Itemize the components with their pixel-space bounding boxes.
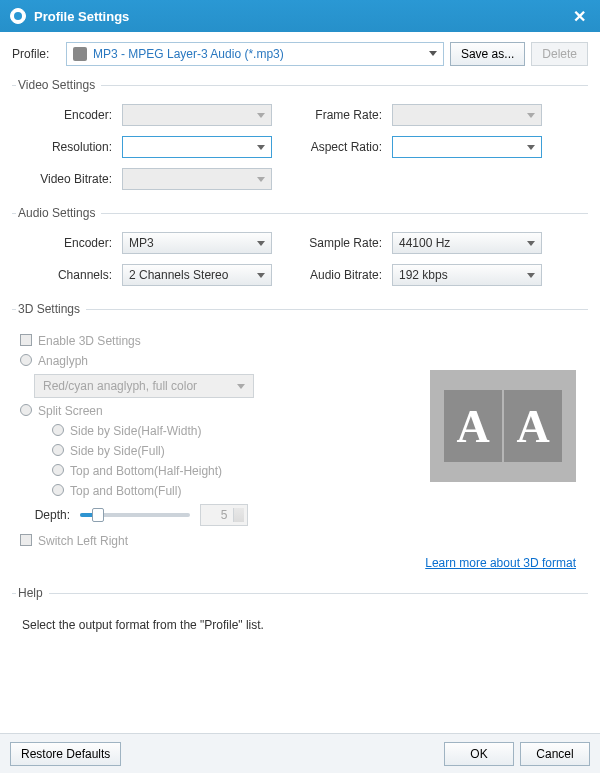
audio-bitrate-label: Audio Bitrate: bbox=[282, 268, 382, 282]
help-legend: Help bbox=[16, 586, 49, 600]
switch-lr-label: Switch Left Right bbox=[38, 534, 128, 548]
depth-slider bbox=[80, 513, 190, 517]
anaglyph-label: Anaglyph bbox=[38, 354, 88, 368]
3d-preview: A A bbox=[430, 370, 576, 482]
tb-full-radio bbox=[52, 484, 64, 496]
chevron-down-icon bbox=[257, 113, 265, 118]
audio-settings-legend: Audio Settings bbox=[16, 206, 101, 220]
frame-rate-select[interactable] bbox=[392, 104, 542, 126]
3d-settings-legend: 3D Settings bbox=[16, 302, 86, 316]
switch-lr-checkbox bbox=[20, 534, 32, 546]
app-icon bbox=[10, 8, 26, 24]
audio-bitrate-select[interactable]: 192 kbps bbox=[392, 264, 542, 286]
titlebar: Profile Settings ✕ bbox=[0, 0, 600, 32]
dialog-footer: Restore Defaults OK Cancel bbox=[0, 733, 600, 773]
sample-rate-label: Sample Rate: bbox=[282, 236, 382, 250]
cancel-button[interactable]: Cancel bbox=[520, 742, 590, 766]
sbs-half-radio bbox=[52, 424, 64, 436]
video-encoder-select[interactable] bbox=[122, 104, 272, 126]
chevron-down-icon bbox=[527, 241, 535, 246]
help-group: Help Select the output format from the "… bbox=[12, 586, 588, 636]
restore-defaults-button[interactable]: Restore Defaults bbox=[10, 742, 121, 766]
aspect-ratio-select[interactable] bbox=[392, 136, 542, 158]
video-bitrate-select[interactable] bbox=[122, 168, 272, 190]
video-encoder-label: Encoder: bbox=[16, 108, 112, 122]
chevron-down-icon bbox=[257, 177, 265, 182]
anaglyph-radio bbox=[20, 354, 32, 366]
chevron-down-icon bbox=[257, 145, 265, 150]
chevron-down-icon bbox=[237, 384, 245, 389]
frame-rate-label: Frame Rate: bbox=[282, 108, 382, 122]
enable-3d-checkbox[interactable] bbox=[20, 334, 32, 346]
learn-more-3d-link[interactable]: Learn more about 3D format bbox=[16, 556, 576, 570]
video-settings-legend: Video Settings bbox=[16, 78, 101, 92]
chevron-down-icon bbox=[257, 273, 265, 278]
help-text: Select the output format from the "Profi… bbox=[22, 618, 578, 632]
profile-label: Profile: bbox=[12, 47, 60, 61]
chevron-down-icon bbox=[257, 241, 265, 246]
tb-half-radio bbox=[52, 464, 64, 476]
depth-label: Depth: bbox=[22, 508, 70, 522]
aspect-ratio-label: Aspect Ratio: bbox=[282, 140, 382, 154]
resolution-select[interactable] bbox=[122, 136, 272, 158]
preview-left-tile: A bbox=[444, 390, 502, 462]
audio-encoder-label: Encoder: bbox=[16, 236, 112, 250]
chevron-down-icon bbox=[527, 145, 535, 150]
audio-encoder-select[interactable]: MP3 bbox=[122, 232, 272, 254]
delete-button: Delete bbox=[531, 42, 588, 66]
audio-settings-group: Audio Settings Encoder: MP3 Sample Rate:… bbox=[12, 206, 588, 290]
preview-right-tile: A bbox=[504, 390, 562, 462]
window-title: Profile Settings bbox=[34, 9, 129, 24]
video-bitrate-label: Video Bitrate: bbox=[16, 172, 112, 186]
resolution-label: Resolution: bbox=[16, 140, 112, 154]
split-screen-radio bbox=[20, 404, 32, 416]
profile-select[interactable]: MP3 - MPEG Layer-3 Audio (*.mp3) bbox=[66, 42, 444, 66]
format-icon bbox=[73, 47, 87, 61]
chevron-down-icon bbox=[527, 113, 535, 118]
channels-label: Channels: bbox=[16, 268, 112, 282]
sample-rate-select[interactable]: 44100 Hz bbox=[392, 232, 542, 254]
tb-half-label: Top and Bottom(Half-Height) bbox=[70, 464, 222, 478]
sbs-full-radio bbox=[52, 444, 64, 456]
ok-button[interactable]: OK bbox=[444, 742, 514, 766]
video-settings-group: Video Settings Encoder: Frame Rate: Reso… bbox=[12, 78, 588, 194]
sbs-full-label: Side by Side(Full) bbox=[70, 444, 165, 458]
save-as-button[interactable]: Save as... bbox=[450, 42, 525, 66]
enable-3d-label: Enable 3D Settings bbox=[38, 334, 141, 348]
chevron-down-icon bbox=[429, 51, 437, 56]
sbs-half-label: Side by Side(Half-Width) bbox=[70, 424, 201, 438]
slider-thumb-icon bbox=[92, 508, 104, 522]
profile-value: MP3 - MPEG Layer-3 Audio (*.mp3) bbox=[93, 47, 284, 61]
channels-select[interactable]: 2 Channels Stereo bbox=[122, 264, 272, 286]
tb-full-label: Top and Bottom(Full) bbox=[70, 484, 181, 498]
anaglyph-mode-select: Red/cyan anaglyph, full color bbox=[34, 374, 254, 398]
anaglyph-mode-value: Red/cyan anaglyph, full color bbox=[43, 379, 197, 393]
chevron-down-icon bbox=[527, 273, 535, 278]
depth-spinbox: 5 bbox=[200, 504, 248, 526]
close-icon[interactable]: ✕ bbox=[569, 7, 590, 26]
split-screen-label: Split Screen bbox=[38, 404, 103, 418]
